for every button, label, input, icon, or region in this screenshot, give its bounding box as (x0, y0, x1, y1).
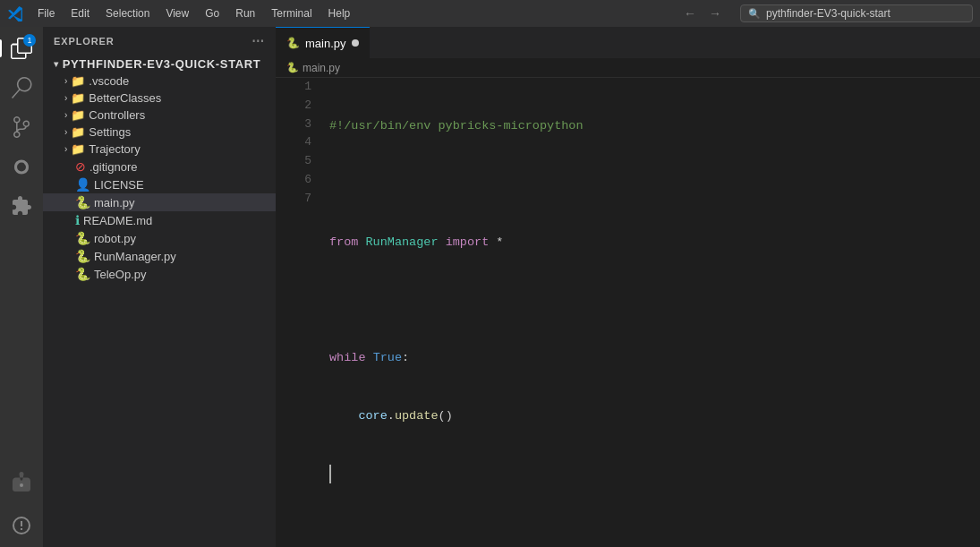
menu-go[interactable]: Go (198, 5, 226, 21)
root-folder-label: PYTHFINDER-EV3-QUICK-START (63, 57, 261, 71)
vscode-label: .vscode (89, 74, 268, 88)
gitignore-label: .gitignore (89, 160, 268, 174)
explorer-tree: ▾ PYTHFINDER-EV3-QUICK-START › 📁 .vscode… (43, 56, 276, 547)
line-num-4: 4 (294, 133, 311, 152)
controllers-chevron-icon: › (64, 110, 67, 120)
tree-item-robot-py[interactable]: 🐍 robot.py (43, 229, 276, 247)
betterclasses-chevron-icon: › (64, 93, 67, 103)
code-line-2 (329, 175, 980, 194)
titlebar-menu: File Edit Selection View Go Run Terminal… (30, 5, 357, 21)
tree-item-gitignore[interactable]: ⊘ .gitignore (43, 158, 276, 175)
line-numbers: 1 2 3 4 5 6 7 (276, 78, 322, 547)
menu-run[interactable]: Run (228, 5, 262, 21)
readme-label: README.md (83, 214, 268, 227)
settings-label: Settings (89, 125, 268, 139)
menu-edit[interactable]: Edit (64, 5, 97, 21)
nav-forward-button[interactable]: → (704, 3, 726, 24)
tree-item-readme[interactable]: ℹ README.md (43, 211, 276, 229)
controllers-folder-icon: 📁 (71, 108, 85, 122)
activity-run-debug[interactable] (4, 149, 39, 184)
tree-item-license[interactable]: 👤 LICENSE (43, 175, 276, 193)
line-num-7: 7 (294, 190, 311, 209)
trajectory-chevron-icon: › (64, 144, 67, 154)
editor-area: 🐍 main.py 🐍 main.py 1 2 3 4 5 6 7 #!/usr… (276, 27, 980, 547)
line-num-1: 1 (294, 78, 311, 97)
settings-chevron-icon: › (64, 127, 67, 137)
titlebar-search[interactable]: 🔍 pythfinder-EV3-quick-start (740, 4, 973, 22)
trajectory-folder-icon: 📁 (71, 142, 85, 156)
robot-py-label: robot.py (94, 232, 268, 245)
code-editor[interactable]: 1 2 3 4 5 6 7 #!/usr/bin/env pybricks-mi… (276, 78, 980, 547)
sidebar-header: EXPLORER ⋯ (43, 27, 276, 56)
svg-point-0 (20, 483, 23, 487)
activity-extensions[interactable] (4, 188, 39, 224)
tree-item-main-py[interactable]: 🐍 main.py (43, 193, 276, 211)
titlebar-nav: ← → (679, 3, 726, 24)
line-num-2: 2 (294, 97, 311, 115)
code-line-1: #!/usr/bin/env pybricks-micropython (329, 116, 980, 136)
main-py-label: main.py (94, 196, 268, 209)
tree-item-controllers[interactable]: › 📁 Controllers (43, 107, 276, 124)
betterclasses-folder-icon: 📁 (71, 91, 85, 105)
code-content[interactable]: #!/usr/bin/env pybricks-micropython from… (322, 78, 980, 547)
menu-view[interactable]: View (158, 5, 196, 21)
line-num-5: 5 (294, 152, 311, 171)
sidebar-header-icons: ⋯ (251, 34, 265, 48)
vscode-logo-icon (7, 5, 23, 21)
activity-explorer[interactable]: 1 (4, 30, 39, 66)
main-py-icon: 🐍 (75, 195, 90, 209)
tree-item-betterclasses[interactable]: › 📁 BetterClasses (43, 90, 276, 107)
main-layout: 1 (0, 27, 980, 547)
activity-test[interactable] (4, 465, 39, 500)
nav-back-button[interactable]: ← (679, 3, 701, 24)
tab-main-py-label: main.py (305, 37, 346, 50)
menu-help[interactable]: Help (321, 5, 358, 21)
readme-icon: ℹ (75, 213, 80, 227)
gitignore-icon: ⊘ (75, 159, 86, 174)
menu-file[interactable]: File (30, 5, 62, 21)
menu-selection[interactable]: Selection (98, 5, 157, 21)
controllers-label: Controllers (89, 108, 268, 122)
tree-item-trajectory[interactable]: › 📁 Trajectory (43, 141, 276, 158)
tab-main-py[interactable]: 🐍 main.py (276, 27, 370, 58)
menu-terminal[interactable]: Terminal (264, 5, 319, 21)
robot-py-icon: 🐍 (75, 231, 90, 245)
trajectory-label: Trajectory (89, 142, 268, 156)
code-line-3: from RunManager import * (329, 233, 980, 252)
more-icon[interactable]: ⋯ (251, 34, 265, 48)
teleop-py-label: TeleOp.py (94, 268, 268, 281)
teleop-py-icon: 🐍 (75, 267, 90, 281)
sidebar: EXPLORER ⋯ ▾ PYTHFINDER-EV3-QUICK-START … (43, 27, 276, 547)
vscode-folder-icon: 📁 (71, 74, 85, 88)
explorer-title: EXPLORER (54, 36, 115, 47)
tree-item-teleop-py[interactable]: 🐍 TeleOp.py (43, 265, 276, 283)
tab-modified-dot (352, 39, 359, 47)
line-num-3: 3 (294, 115, 311, 134)
tree-root-folder[interactable]: ▾ PYTHFINDER-EV3-QUICK-START (43, 56, 276, 73)
breadcrumb-text: main.py (303, 62, 340, 74)
tab-main-py-icon: 🐍 (286, 37, 300, 49)
betterclasses-label: BetterClasses (89, 91, 268, 105)
settings-folder-icon: 📁 (71, 125, 85, 139)
code-line-5: while True: (329, 348, 980, 368)
license-label: LICENSE (94, 178, 268, 192)
tab-bar: 🐍 main.py (276, 27, 980, 58)
breadcrumb-icon: 🐍 (286, 62, 299, 73)
tree-item-vscode[interactable]: › 📁 .vscode (43, 73, 276, 90)
activity-bar: 1 (0, 27, 43, 547)
license-icon: 👤 (75, 177, 90, 192)
explorer-badge: 1 (23, 34, 36, 47)
code-line-7 (329, 465, 980, 484)
search-text: pythfinder-EV3-quick-start (766, 7, 891, 20)
activity-source-control[interactable] (4, 109, 39, 145)
runmanager-py-icon: 🐍 (75, 249, 90, 263)
tree-item-runmanager-py[interactable]: 🐍 RunManager.py (43, 247, 276, 265)
activity-search[interactable] (4, 70, 39, 106)
vscode-chevron-icon: › (64, 76, 67, 86)
code-line-6: core.update() (329, 406, 980, 426)
code-line-4 (329, 291, 980, 311)
tree-item-settings[interactable]: › 📁 Settings (43, 124, 276, 141)
runmanager-py-label: RunManager.py (94, 250, 268, 263)
titlebar: File Edit Selection View Go Run Terminal… (0, 0, 980, 27)
activity-remote[interactable] (4, 508, 39, 543)
